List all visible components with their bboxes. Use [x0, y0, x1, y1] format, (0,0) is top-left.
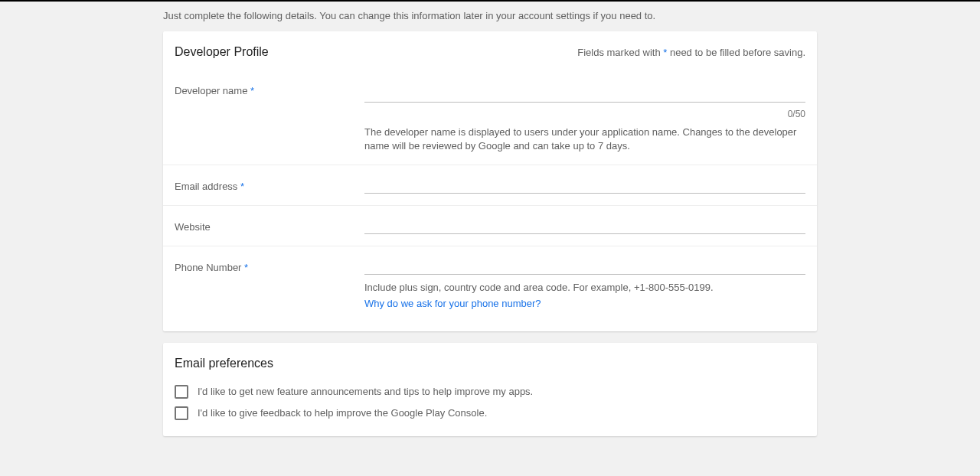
email-prefs-title: Email preferences — [175, 357, 805, 370]
developer-profile-card: Developer Profile Fields marked with * n… — [163, 31, 817, 331]
asterisk-icon: * — [244, 262, 248, 273]
asterisk-icon: * — [240, 181, 244, 192]
developer-name-helper: The developer name is displayed to users… — [364, 119, 805, 153]
asterisk-icon: * — [663, 47, 670, 58]
phone-label: Phone Number * — [175, 246, 364, 320]
email-input[interactable] — [364, 177, 805, 194]
email-pref-row-2: I'd like to give feedback to help improv… — [175, 403, 805, 424]
developer-name-row: Developer name * 0/50 The developer name… — [163, 70, 817, 165]
website-label: Website — [175, 206, 364, 246]
phone-info-link[interactable]: Why do we ask for your phone number? — [364, 298, 541, 309]
main-container: Just complete the following details. You… — [163, 2, 817, 436]
card-header: Developer Profile Fields marked with * n… — [163, 31, 817, 70]
char-counter: 0/50 — [364, 103, 805, 119]
checkbox-announcements[interactable] — [175, 385, 188, 399]
website-input[interactable] — [364, 217, 805, 234]
intro-text: Just complete the following details. You… — [163, 2, 817, 31]
checkbox-feedback-label: I'd like to give feedback to help improv… — [198, 407, 487, 419]
email-row: Email address * — [163, 165, 817, 206]
email-preferences-card: Email preferences I'd like to get new fe… — [163, 343, 817, 436]
developer-name-label: Developer name * — [175, 74, 364, 165]
required-fields-note: Fields marked with * need to be filled b… — [577, 47, 805, 58]
developer-name-input[interactable] — [364, 86, 805, 103]
email-label: Email address * — [175, 165, 364, 205]
phone-input[interactable] — [364, 258, 805, 275]
phone-row: Phone Number * Include plus sign, countr… — [163, 246, 817, 331]
profile-title: Developer Profile — [175, 45, 269, 59]
checkbox-announcements-label: I'd like to get new feature announcement… — [198, 386, 533, 397]
phone-helper: Include plus sign, country code and area… — [364, 275, 805, 295]
email-pref-row-1: I'd like to get new feature announcement… — [175, 381, 805, 403]
checkbox-feedback[interactable] — [175, 406, 188, 420]
website-row: Website — [163, 206, 817, 246]
asterisk-icon: * — [250, 85, 254, 96]
